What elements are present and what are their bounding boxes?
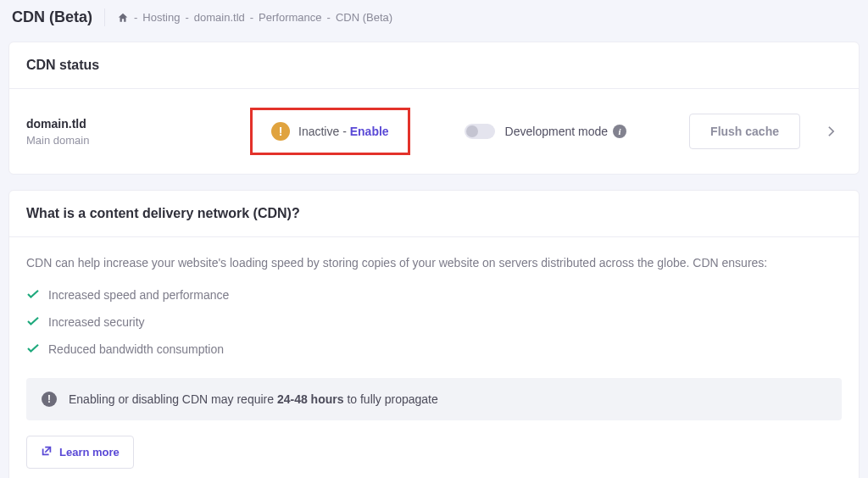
cdn-info-card: What is a content delivery network (CDN)… (8, 190, 860, 478)
domain-block: domain.tld Main domain (26, 117, 230, 147)
status-highlight: ! Inactive - Enable (250, 108, 410, 155)
breadcrumb-cdn[interactable]: CDN (Beta) (336, 11, 392, 24)
flush-cache-button[interactable]: Flush cache (689, 114, 800, 149)
breadcrumb-sep: - (327, 11, 331, 24)
breadcrumb: - Hosting - domain.tld - Performance - C… (117, 11, 392, 24)
breadcrumb-performance[interactable]: Performance (259, 11, 321, 24)
notice-info-icon: ! (42, 392, 57, 407)
check-icon (26, 342, 40, 356)
page-title: CDN (Beta) (12, 8, 105, 26)
check-icon (26, 288, 40, 302)
check-icon (26, 315, 40, 329)
info-title: What is a content delivery network (CDN)… (9, 191, 859, 237)
learn-more-label: Learn more (59, 446, 120, 459)
dev-mode-toggle[interactable] (465, 124, 495, 139)
benefit-text: Reduced bandwidth consumption (48, 342, 224, 356)
warning-icon: ! (271, 122, 290, 141)
dev-mode-label: Development mode i (505, 125, 626, 138)
list-item: Increased security (26, 308, 842, 336)
topbar: CDN (Beta) - Hosting - domain.tld - Perf… (0, 0, 868, 38)
cdn-status-card: CDN status domain.tld Main domain ! Inac… (8, 42, 860, 175)
status-sep: - (339, 125, 349, 138)
status-text: Inactive - Enable (298, 125, 389, 138)
breadcrumb-hosting[interactable]: Hosting (142, 11, 180, 24)
breadcrumb-domain[interactable]: domain.tld (194, 11, 245, 24)
breadcrumb-sep: - (185, 11, 188, 24)
benefit-list: Increased speed and performance Increase… (9, 281, 859, 370)
benefit-text: Increased security (48, 315, 145, 329)
breadcrumb-sep: - (250, 11, 253, 24)
domain-sub: Main domain (26, 134, 230, 147)
domain-name: domain.tld (26, 117, 230, 131)
propagation-notice: ! Enabling or disabling CDN may require … (26, 378, 842, 420)
learn-more-button[interactable]: Learn more (26, 436, 134, 469)
enable-link[interactable]: Enable (350, 125, 389, 138)
breadcrumb-sep: - (134, 11, 137, 24)
list-item: Increased speed and performance (26, 281, 842, 308)
status-row: domain.tld Main domain ! Inactive - Enab… (9, 89, 859, 174)
dev-mode-group: Development mode i (465, 124, 626, 139)
notice-text: Enabling or disabling CDN may require 24… (69, 392, 438, 406)
info-icon[interactable]: i (613, 125, 626, 138)
home-icon[interactable] (117, 12, 129, 24)
dev-mode-text: Development mode (505, 125, 608, 138)
status-value: Inactive (298, 125, 339, 138)
expand-chevron[interactable] (821, 125, 842, 137)
card-header: CDN status (9, 42, 859, 89)
info-intro: CDN can help increase your website's loa… (9, 237, 859, 281)
list-item: Reduced bandwidth consumption (26, 336, 842, 363)
benefit-text: Increased speed and performance (48, 288, 229, 302)
external-link-icon (41, 445, 53, 459)
